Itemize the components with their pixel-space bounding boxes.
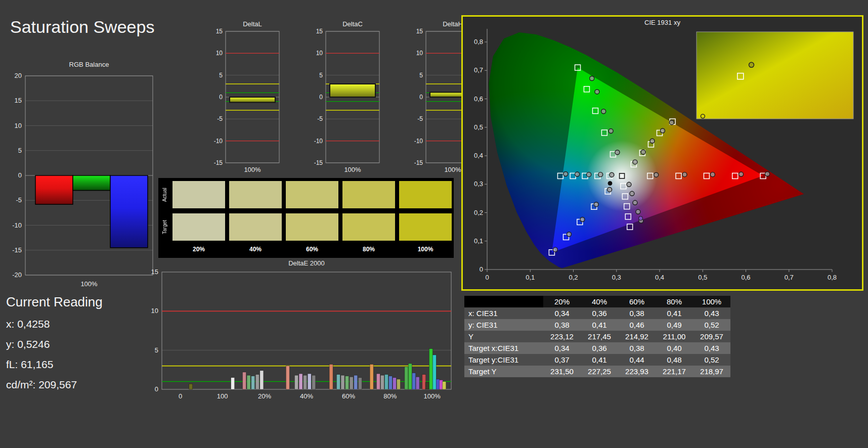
table-cell: 0,38: [618, 307, 656, 319]
svg-text:0,2: 0,2: [569, 274, 578, 281]
svg-text:15: 15: [151, 268, 158, 276]
delta-charts-row: DeltaL151050-5-10-15100% DeltaC151050-5-…: [206, 19, 483, 176]
table-cell: 209,57: [693, 331, 730, 342]
swatch-actual-80%: [342, 181, 395, 208]
table-cell: 0,46: [618, 319, 656, 331]
table-row-label: x: CIE31: [464, 307, 543, 319]
deltae-bar: [376, 374, 380, 389]
swatch-target-40%: [229, 213, 282, 241]
deltae-bar: [243, 372, 246, 389]
table-cell: 0,49: [656, 319, 693, 331]
measured-marker-green: [601, 109, 606, 114]
deltae-bar: [303, 375, 307, 389]
svg-text:0,1: 0,1: [474, 237, 483, 245]
calibration-dashboard: Saturation Sweeps RGB Balance20151050-5-…: [0, 0, 868, 448]
svg-text:-5: -5: [217, 115, 223, 122]
svg-text:0,1: 0,1: [526, 274, 535, 281]
measured-marker-blue: [553, 247, 557, 252]
svg-text:-10: -10: [12, 221, 22, 229]
svg-text:100%: 100%: [80, 280, 98, 288]
table-cell: 0,34: [543, 307, 581, 319]
svg-text:0: 0: [219, 94, 223, 101]
measured-marker-red: [682, 172, 687, 177]
deltae-bar: [397, 379, 400, 389]
svg-text:-20: -20: [12, 271, 22, 279]
swatch-row-actual: Actual: [160, 181, 454, 208]
measured-marker-yellow: [633, 160, 637, 164]
svg-text:80%: 80%: [383, 392, 397, 400]
table-row-label: y: CIE31: [464, 319, 543, 331]
table-corner-cell: [464, 296, 543, 307]
svg-text:15: 15: [15, 97, 22, 104]
measured-marker-magenta: [630, 191, 634, 196]
red-bar: [35, 175, 73, 204]
svg-text:100%: 100%: [344, 166, 361, 173]
deltae-bar: [308, 374, 311, 389]
table-row: y: CIE310,380,410,460,490,52: [464, 319, 730, 331]
table-row: Target Y231,50227,25223,93221,17218,97: [464, 366, 730, 377]
table-cell: 0,52: [693, 319, 730, 331]
measured-marker-red: [765, 172, 770, 176]
svg-text:10: 10: [316, 50, 323, 57]
svg-text:0,4: 0,4: [655, 274, 664, 281]
svg-text:15: 15: [216, 28, 223, 35]
deltae-bar: [393, 378, 396, 389]
swatch-actual-100%: [399, 181, 452, 208]
measured-marker-blue: [594, 202, 598, 207]
svg-text:DeltaL: DeltaL: [243, 20, 262, 28]
swatch-actual-60%: [286, 181, 338, 208]
svg-text:CIE 1931 xy: CIE 1931 xy: [644, 19, 680, 26]
swatch-col-label: 20%: [172, 246, 225, 253]
delta-bar: [230, 97, 275, 102]
table-cell: 0,43: [693, 307, 730, 319]
table-row: Target y:CIE310,370,410,440,480,52: [464, 354, 730, 366]
deltae-bar: [436, 379, 440, 389]
swatch-target-100%: [399, 213, 452, 241]
extra-point-marker: [608, 182, 612, 186]
svg-text:5: 5: [319, 72, 323, 79]
svg-text:0,6: 0,6: [474, 95, 483, 103]
current-reading-cdm2: cd/m²: 209,567: [6, 379, 103, 391]
cie-values-table: 20%40%60%80%100%x: CIE310,340,360,380,41…: [464, 296, 730, 377]
deltae-bar: [350, 377, 353, 389]
measured-marker-red: [739, 172, 744, 176]
deltae-bar: [294, 375, 298, 389]
deltae-bar: [189, 384, 193, 389]
svg-text:5: 5: [219, 72, 223, 79]
measurement-table: 20%40%60%80%100%x: CIE310,340,360,380,41…: [464, 296, 730, 377]
deltae-bar: [425, 382, 429, 389]
table-col-header: 40%: [581, 296, 618, 307]
measured-marker-cyan: [575, 172, 580, 176]
rgb-balance-svg: RGB Balance20151050-5-10-15-20100%: [4, 59, 156, 291]
svg-text:0,8: 0,8: [474, 38, 483, 46]
swatch-col-label: 40%: [229, 246, 282, 253]
delta-l-chart: DeltaL151050-5-10-15100%: [206, 19, 282, 176]
svg-text:-15: -15: [214, 159, 223, 166]
table-cell: 0,38: [618, 342, 656, 354]
delta-e-svg: DeltaE 2000051015010020%40%60%80%100%: [147, 259, 460, 406]
table-cell: 221,17: [656, 366, 693, 377]
deltae-bar: [405, 367, 408, 389]
svg-text:0: 0: [155, 385, 158, 393]
svg-text:10: 10: [416, 50, 423, 57]
swatch-row-label: Target: [160, 213, 168, 241]
table-cell: 0,37: [543, 354, 581, 366]
table-cell: 214,92: [618, 331, 656, 342]
deltae-bar: [251, 376, 255, 389]
table-col-header: 80%: [656, 296, 693, 307]
deltae-bar: [286, 366, 289, 389]
swatch-col-label: 80%: [342, 246, 395, 253]
measured-marker-cyan: [610, 172, 614, 177]
current-reading-fl: fL: 61,165: [6, 359, 103, 371]
svg-text:0,5: 0,5: [474, 123, 483, 131]
svg-text:0: 0: [18, 171, 22, 179]
rgb-balance-chart: RGB Balance20151050-5-10-15-20100%: [4, 59, 156, 291]
svg-text:60%: 60%: [342, 392, 355, 400]
svg-text:-5: -5: [317, 115, 323, 122]
measured-marker-cyan: [563, 172, 568, 176]
deltae-bar: [341, 375, 344, 389]
deltae-bar: [443, 382, 446, 389]
table-row-label: Target x:CIE31: [464, 342, 543, 354]
deltae-bar: [260, 371, 264, 389]
svg-text:0: 0: [485, 274, 489, 281]
